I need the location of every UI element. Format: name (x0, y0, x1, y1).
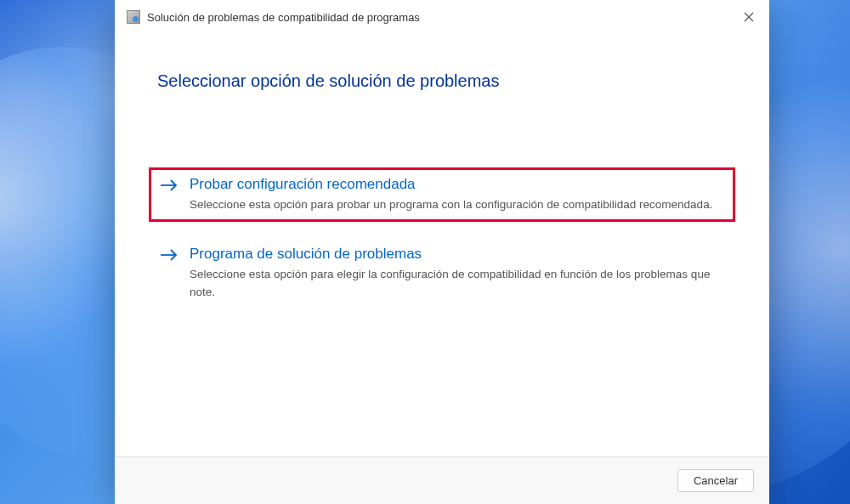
option-title: Programa de solución de problemas (190, 246, 725, 263)
close-button[interactable] (740, 8, 757, 25)
option-content: Programa de solución de problemas Selecc… (190, 246, 725, 301)
dialog-titlebar: Solución de problemas de compatibilidad … (115, 0, 769, 31)
arrow-right-icon (159, 178, 179, 196)
dialog-title: Solución de problemas de compatibilidad … (147, 11, 757, 24)
option-title: Probar configuración recomendada (190, 176, 725, 193)
page-heading: Seleccionar opción de solución de proble… (157, 71, 727, 91)
cancel-button[interactable]: Cancelar (677, 469, 754, 492)
button-bar: Cancelar (115, 456, 769, 504)
troubleshooter-icon (127, 10, 140, 24)
arrow-right-icon (159, 247, 179, 266)
close-icon (744, 12, 754, 22)
option-troubleshoot-program[interactable]: Programa de solución de problemas Selecc… (149, 237, 735, 309)
option-content: Probar configuración recomendada Selecci… (190, 176, 725, 213)
options-container: Probar configuración recomendada Selecci… (115, 167, 769, 325)
option-try-recommended[interactable]: Probar configuración recomendada Selecci… (149, 167, 735, 222)
option-description: Seleccione esta opción para elegir la co… (190, 266, 725, 301)
compatibility-troubleshooter-dialog: Solución de problemas de compatibilidad … (115, 0, 769, 504)
option-description: Seleccione esta opción para probar un pr… (190, 196, 725, 213)
